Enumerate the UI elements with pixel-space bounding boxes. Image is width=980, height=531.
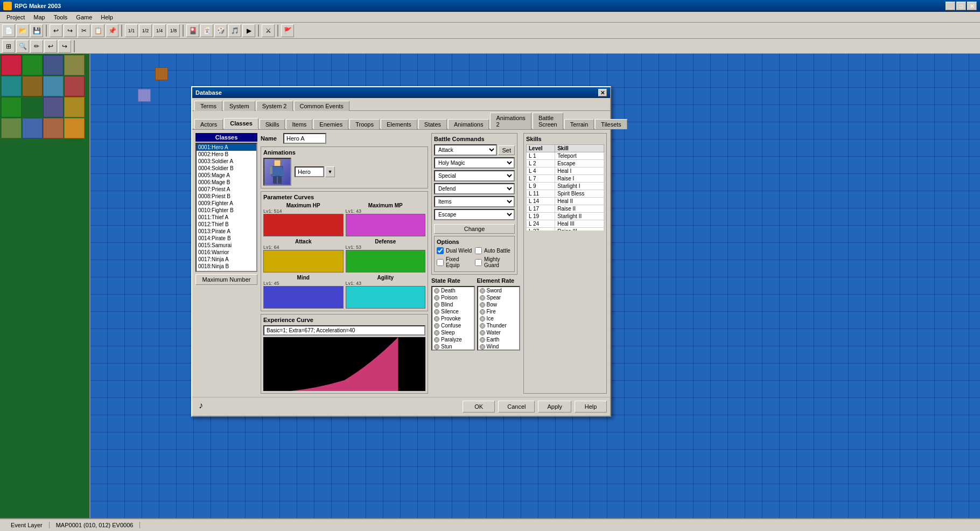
menu-tools[interactable]: Tools (50, 13, 72, 22)
layer-tool3[interactable]: ✏ (30, 40, 43, 53)
copy-btn[interactable]: 📋 (92, 24, 104, 37)
element-rate-item-8[interactable]: Wind (478, 343, 520, 350)
class-list-item[interactable]: 0003:Soldier A (197, 158, 256, 165)
scale3-btn[interactable]: 1/4 (153, 24, 166, 37)
tab-actors[interactable]: Actors (194, 119, 223, 129)
tab-elements[interactable]: Elements (381, 119, 417, 129)
skills-row-2[interactable]: L 4Heal I (527, 167, 604, 175)
redo-btn[interactable]: ↪ (64, 24, 76, 37)
class-list-item[interactable]: 0002:Hero B (197, 151, 256, 158)
skills-row-7[interactable]: L 17Raise II (527, 205, 604, 213)
state-rate-item-6[interactable]: Sleep (432, 329, 474, 336)
skills-row-3[interactable]: L 7Raise I (527, 175, 604, 183)
tab-items[interactable]: Items (286, 119, 312, 129)
minimize-btn[interactable]: _ (946, 2, 955, 10)
state-rate-item-7[interactable]: Paralyze (432, 336, 474, 343)
tile-13[interactable] (22, 118, 43, 138)
menu-game[interactable]: Game (72, 13, 96, 22)
tile-15[interactable] (64, 118, 85, 138)
state-rate-item-3[interactable]: Silence (432, 308, 474, 315)
help-btn[interactable]: Help (575, 401, 607, 413)
tile-9[interactable] (1, 97, 22, 117)
dialog-close-btn[interactable]: ✕ (598, 89, 607, 96)
battle-cmd-select-0[interactable]: Attack (434, 144, 497, 156)
class-list-item[interactable]: 0011:Thief A (197, 214, 256, 221)
menu-project[interactable]: Project (2, 13, 29, 22)
element-rate-list[interactable]: SwordSpearBowFireIceThunderWaterEarthWin… (477, 286, 521, 351)
tab-tilesets[interactable]: Tilesets (595, 119, 627, 129)
db-flag[interactable]: 🚩 (281, 24, 294, 37)
element-rate-item-2[interactable]: Bow (478, 301, 520, 308)
class-list-item[interactable]: 0001:Hero A (197, 144, 256, 151)
element-rate-item-3[interactable]: Fire (478, 308, 520, 315)
name-input[interactable] (283, 133, 326, 144)
skills-row-0[interactable]: L 1Teleport (527, 152, 604, 160)
layer-tool5[interactable]: ↪ (58, 40, 71, 53)
db-sword[interactable]: ⚔ (262, 24, 275, 37)
menu-map[interactable]: Map (29, 13, 49, 22)
class-list-item[interactable]: 0015:Samurai (197, 242, 256, 249)
element-rate-item-4[interactable]: Ice (478, 315, 520, 322)
menu-help[interactable]: Help (96, 13, 117, 22)
state-rate-item-0[interactable]: Death (432, 287, 474, 294)
scale4-btn[interactable]: 1/8 (167, 24, 180, 37)
layer-tool2[interactable]: 🔍 (16, 40, 29, 53)
battle-cmd-select-4[interactable]: Items (434, 196, 515, 207)
class-list-item[interactable]: 0005:Mage A (197, 172, 256, 179)
cancel-btn[interactable]: Cancel (498, 401, 535, 413)
class-list-item[interactable]: 0018:Ninja B (197, 263, 256, 270)
tab-skills[interactable]: Skills (260, 119, 285, 129)
paste-btn[interactable]: 📌 (106, 24, 118, 37)
tile-3[interactable] (43, 55, 64, 75)
sprite-box[interactable] (263, 158, 291, 186)
skills-row-1[interactable]: L 2Escape (527, 160, 604, 167)
class-list-item[interactable]: 0014:Pirate B (197, 235, 256, 242)
ok-btn[interactable]: OK (463, 401, 495, 413)
param-color-box[interactable] (346, 286, 426, 309)
param-color-box[interactable] (346, 214, 426, 236)
db-music[interactable]: 🎵 (228, 24, 241, 37)
param-color-box[interactable] (263, 286, 344, 309)
class-list-item[interactable]: 0012:Thief B (197, 221, 256, 228)
class-list-item[interactable]: 0017:Ninja A (197, 256, 256, 263)
class-list-item[interactable]: 0004:Soldier B (197, 165, 256, 172)
state-rate-item-1[interactable]: Poison (432, 294, 474, 301)
checkbox-1[interactable] (475, 247, 482, 254)
tile-6[interactable] (22, 76, 43, 96)
battle-cmd-select-1[interactable]: Holy Magic (434, 157, 515, 169)
apply-btn[interactable]: Apply (538, 401, 571, 413)
skills-row-9[interactable]: L 24Heal III (527, 220, 604, 228)
tab-system2[interactable]: System 2 (256, 101, 293, 111)
state-rate-item-8[interactable]: Stun (432, 343, 474, 350)
param-color-box[interactable] (263, 250, 344, 273)
param-color-box[interactable] (263, 214, 344, 236)
db-chip2[interactable]: 🃏 (200, 24, 213, 37)
battle-cmd-select-2[interactable]: Special (434, 170, 515, 181)
param-color-box[interactable] (346, 250, 426, 273)
layer-tool4[interactable]: ↩ (44, 40, 57, 53)
tile-11[interactable] (64, 97, 85, 117)
cut-btn[interactable]: ✂ (78, 24, 90, 37)
open-btn[interactable]: 📂 (16, 24, 29, 37)
state-rate-list[interactable]: DeathPoisonBlindSilenceProvokeConfuseSle… (431, 286, 475, 351)
class-list-item[interactable]: 0008:Priest B (197, 193, 256, 200)
tab-common-events[interactable]: Common Events (294, 101, 349, 111)
scale2-btn[interactable]: 1/2 (139, 24, 152, 37)
tile-7[interactable] (43, 76, 64, 96)
tile-2[interactable] (22, 55, 43, 75)
element-rate-item-0[interactable]: Sword (478, 287, 520, 294)
state-rate-item-9[interactable]: Shock (432, 350, 474, 351)
skills-row-8[interactable]: L 19Starlight II (527, 213, 604, 220)
skills-row-4[interactable]: L 9Starlight I (527, 183, 604, 190)
class-list-item[interactable]: 0010:Fighter B (197, 207, 256, 214)
param-card-attack[interactable]: Attack Lv1: 64 (263, 239, 344, 273)
change-btn[interactable]: Change (434, 224, 515, 234)
element-rate-item-6[interactable]: Water (478, 329, 520, 336)
class-list-item[interactable]: 0016:Warrior (197, 249, 256, 256)
class-list-item[interactable]: 0013:Pirate A (197, 228, 256, 235)
checkbox-0[interactable] (437, 247, 444, 254)
param-card-agility[interactable]: Agility Lv1: 43 (346, 275, 426, 309)
save-btn[interactable]: 💾 (30, 24, 43, 37)
battle-cmd-select-5[interactable]: Escape (434, 209, 515, 220)
tile-14[interactable] (43, 118, 64, 138)
